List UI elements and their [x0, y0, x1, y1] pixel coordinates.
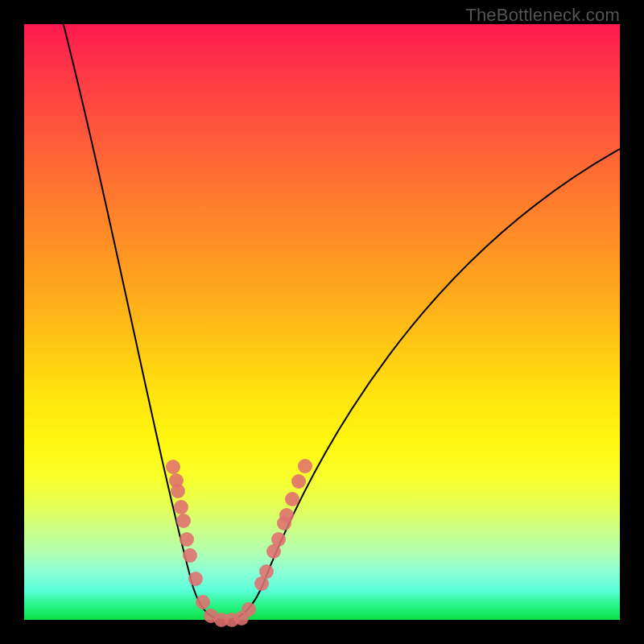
curve-marker-dot — [171, 484, 185, 498]
watermark-text: TheBottleneck.com — [465, 5, 620, 26]
curve-marker-dot — [183, 548, 197, 563]
curve-marker-dot — [166, 460, 180, 474]
curve-marker-dot — [174, 500, 188, 514]
curve-marker-dot — [196, 595, 210, 609]
bottleneck-chart-svg — [24, 24, 620, 620]
curve-marker-dot — [279, 508, 294, 522]
curve-marker-dot — [285, 492, 299, 506]
curve-marker-dot — [259, 564, 274, 579]
curve-marker-dot — [271, 532, 286, 547]
curve-marker-dot — [291, 474, 306, 489]
curve-marker-dot — [180, 532, 194, 547]
curve-marker-dot — [188, 572, 203, 586]
bottleneck-curve-line — [60, 12, 620, 620]
curve-marker-dot — [242, 602, 256, 617]
chart-plot-area — [24, 24, 620, 620]
curve-marker-dot — [176, 514, 191, 528]
curve-marker-dot — [298, 459, 312, 473]
curve-marker-group — [166, 459, 312, 627]
